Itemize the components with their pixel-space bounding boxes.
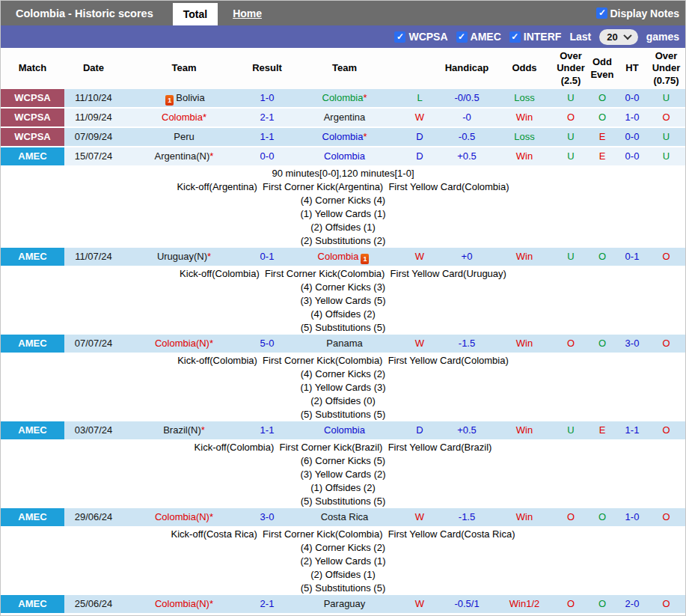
detail-stat-line: (2) Offsides (0)	[1, 394, 685, 408]
away-team-cell: Colombia	[289, 147, 400, 165]
league-checkbox-label: AMEC	[471, 31, 501, 43]
home-team-cell: Colombia*	[123, 109, 245, 126]
detail-stat-line: (4) Corner Kicks (4)	[1, 194, 685, 207]
column-header-ou075: Over Under (0.75)	[647, 48, 685, 89]
result-letter-cell: W	[400, 508, 439, 526]
detail-firsts-line: Kick-off(Costa Rica) First Corner Kick(C…	[1, 528, 685, 541]
column-header-league: Match	[1, 48, 64, 89]
checkbox-checked-icon[interactable]: ✓	[394, 31, 405, 43]
ht-cell: 0-0	[617, 147, 647, 165]
checkbox-checked-icon[interactable]: ✓	[509, 31, 521, 43]
over-under-25-cell: O	[554, 109, 587, 126]
away-team-cell: Panama	[289, 335, 400, 353]
column-header-home: Team	[123, 48, 245, 89]
date-cell: 11/10/24	[64, 89, 123, 107]
over-under-25-cell: O	[554, 508, 587, 526]
tab-total[interactable]: Total	[173, 3, 218, 25]
handicap-cell: -0.5/1	[439, 595, 494, 613]
date-cell: 29/06/24	[64, 508, 123, 526]
detail-stat-line: (2) Substitutions (2)	[1, 234, 685, 248]
display-notes-toggle[interactable]: ✓ Display Notes	[596, 7, 679, 19]
away-team-cell: Colombia*	[289, 128, 400, 146]
result-letter-cell: W	[400, 248, 439, 266]
odd-even-cell: O	[587, 248, 617, 266]
detail-stat-line: (4) Corner Kicks (2)	[1, 368, 685, 381]
date-cell: 07/09/24	[64, 128, 123, 146]
result-letter-cell: L	[400, 89, 439, 107]
detail-minutes-line: 90 minutes[0-0],120 minutes[1-0]	[1, 167, 685, 180]
team-name: Colombia	[324, 150, 365, 162]
match-row: WCPSA11/10/241Bolivia1-0Colombia*L-0/0.5…	[1, 89, 685, 109]
table-header-row: MatchDateTeamResultTeamHandicapOddsOver …	[1, 48, 685, 89]
score-cell: 1-0	[245, 89, 289, 107]
team-name: Colombia(N)	[155, 338, 209, 349]
column-header-odds: Odds	[494, 48, 554, 89]
team-star: *	[203, 112, 206, 123]
league-checkbox-label: INTERF	[524, 31, 562, 43]
odd-even-cell: O	[587, 335, 617, 353]
away-team-cell: Paraguay	[289, 595, 400, 613]
team-name: Colombia	[324, 424, 365, 436]
handicap-cell: -1.5	[439, 508, 494, 526]
match-detail-block: Kick-off(Colombia) First Corner Kick(Bra…	[1, 441, 685, 508]
away-team-cell: Argentina	[289, 109, 400, 126]
detail-stat-line: (1) Offsides (2)	[1, 481, 685, 495]
away-team-cell: Colombia1	[289, 248, 400, 266]
odd-even-cell: O	[587, 595, 617, 613]
column-header-date: Date	[64, 48, 123, 89]
home-team-cell: Brazil(N)*	[123, 421, 245, 439]
match-row: AMEC29/06/24Colombia(N)*3-0Costa RicaW-1…	[1, 508, 685, 528]
checkbox-checked-icon[interactable]: ✓	[596, 7, 607, 19]
team-star: *	[201, 424, 205, 436]
over-under-25-cell: O	[554, 335, 587, 353]
over-under-25-cell: U	[554, 147, 587, 165]
detail-stat-line: (3) Yellow Cards (5)	[1, 294, 685, 308]
team-name: Uruguay(N)	[157, 251, 207, 262]
match-row: AMEC25/06/24Colombia(N)*2-1ParaguayW-0.5…	[1, 595, 685, 615]
detail-stat-line: (5) Substitutions (5)	[1, 321, 685, 335]
team-star: *	[363, 131, 367, 142]
games-count-select[interactable]: 20	[599, 29, 637, 45]
team-name: Colombia(N)	[155, 511, 209, 522]
match-badge: AMEC	[1, 335, 64, 353]
home-team-cell: 1Bolivia	[123, 89, 245, 107]
match-badge: AMEC	[1, 147, 64, 165]
league-checkbox-wcpsa[interactable]: ✓WCPSA	[394, 31, 447, 43]
match-row: WCPSA07/09/24Peru1-1Colombia*D-0.5LossUE…	[1, 128, 685, 147]
score-cell: 0-1	[245, 248, 289, 266]
column-header-oe: Odd Even	[587, 48, 617, 89]
tab-total-label: Total	[183, 8, 207, 20]
detail-firsts-line: Kick-off(Argentina) First Corner Kick(Ar…	[1, 180, 685, 194]
home-team-cell: Argentina(N)*	[123, 147, 245, 165]
date-cell: 11/09/24	[64, 109, 123, 126]
match-badge: WCPSA	[1, 89, 64, 107]
league-checkbox-amec[interactable]: ✓AMEC	[456, 31, 501, 43]
odds-cell: Win	[494, 147, 554, 165]
result-letter-cell: W	[400, 595, 439, 613]
page-title: Colombia - Historic scores	[16, 7, 153, 19]
team-name: Colombia	[162, 112, 203, 123]
matches-table: MatchDateTeamResultTeamHandicapOddsOver …	[1, 48, 685, 615]
tab-home[interactable]: Home	[233, 7, 262, 19]
detail-stat-line: (5) Substitutions (5)	[1, 582, 685, 595]
games-label: games	[646, 31, 679, 43]
team-star: *	[209, 150, 213, 162]
display-notes-label: Display Notes	[610, 7, 679, 19]
red-card-icon: 1	[165, 95, 174, 106]
match-detail-block: Kick-off(Costa Rica) First Corner Kick(C…	[1, 528, 685, 595]
score-cell: 0-0	[245, 147, 289, 165]
match-badge: AMEC	[1, 595, 64, 613]
over-under-25-cell: U	[554, 421, 587, 439]
column-header-score: Result	[245, 48, 289, 89]
handicap-cell: +0.5	[439, 421, 494, 439]
team-name: Bolivia	[176, 92, 204, 103]
odd-even-cell: E	[587, 128, 617, 146]
match-row: AMEC03/07/24Brazil(N)*1-1ColombiaD+0.5Wi…	[1, 421, 685, 441]
league-checkbox-interf[interactable]: ✓INTERF	[509, 31, 562, 43]
match-badge: AMEC	[1, 421, 64, 439]
home-team-cell: Colombia(N)*	[123, 595, 245, 613]
team-star: *	[209, 511, 213, 522]
team-name: Costa Rica	[321, 511, 369, 522]
detail-stat-line: (5) Substitutions (5)	[1, 408, 685, 421]
checkbox-checked-icon[interactable]: ✓	[456, 31, 468, 43]
